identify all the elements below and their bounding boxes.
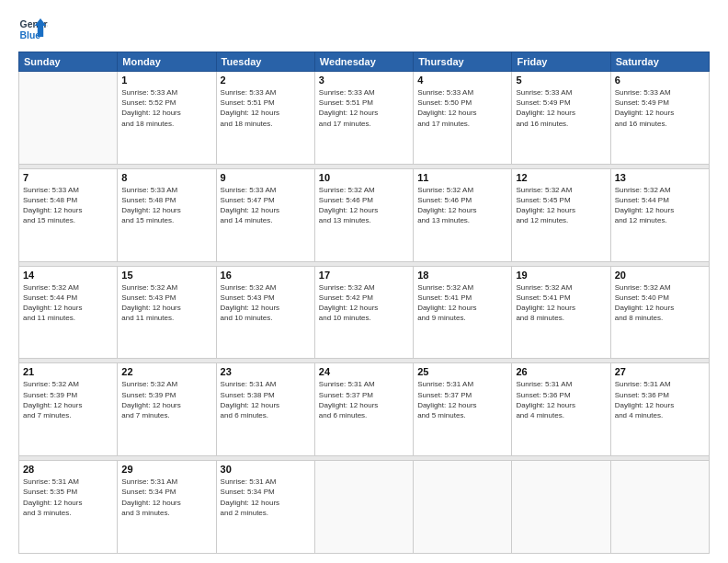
calendar-cell [610, 461, 709, 554]
day-info: Sunrise: 5:32 AM Sunset: 5:39 PM Dayligh… [23, 379, 113, 420]
day-number: 22 [121, 366, 211, 377]
day-info: Sunrise: 5:33 AM Sunset: 5:49 PM Dayligh… [516, 87, 606, 129]
weekday-header-thursday: Thursday [414, 52, 512, 72]
calendar-cell [314, 461, 413, 554]
weekday-header-row: SundayMondayTuesdayWednesdayThursdayFrid… [19, 52, 710, 72]
calendar-cell: 25Sunrise: 5:31 AM Sunset: 5:37 PM Dayli… [414, 363, 512, 456]
calendar-cell [19, 72, 118, 165]
calendar-cell: 4Sunrise: 5:33 AM Sunset: 5:50 PM Daylig… [414, 72, 512, 165]
weekday-header-saturday: Saturday [610, 52, 709, 72]
day-info: Sunrise: 5:33 AM Sunset: 5:48 PM Dayligh… [23, 185, 113, 226]
day-info: Sunrise: 5:33 AM Sunset: 5:48 PM Dayligh… [121, 185, 211, 226]
day-number: 26 [516, 366, 606, 377]
calendar-cell [414, 461, 512, 554]
calendar-cell: 20Sunrise: 5:32 AM Sunset: 5:40 PM Dayli… [610, 266, 709, 359]
page: General Blue SundayMondayTuesdayWednesda… [0, 0, 728, 563]
day-info: Sunrise: 5:32 AM Sunset: 5:43 PM Dayligh… [121, 282, 211, 324]
weekday-header-friday: Friday [512, 52, 610, 72]
day-info: Sunrise: 5:33 AM Sunset: 5:52 PM Dayligh… [121, 87, 211, 129]
header: General Blue [18, 15, 710, 44]
day-number: 1 [121, 75, 211, 86]
day-number: 4 [417, 75, 507, 86]
calendar-cell [512, 461, 610, 554]
calendar-cell: 16Sunrise: 5:32 AM Sunset: 5:43 PM Dayli… [216, 266, 314, 359]
calendar-table: SundayMondayTuesdayWednesdayThursdayFrid… [18, 52, 710, 554]
day-number: 28 [23, 464, 113, 475]
day-number: 14 [23, 270, 113, 281]
day-info: Sunrise: 5:33 AM Sunset: 5:50 PM Dayligh… [417, 87, 507, 129]
calendar-cell: 11Sunrise: 5:32 AM Sunset: 5:46 PM Dayli… [414, 168, 512, 261]
day-info: Sunrise: 5:31 AM Sunset: 5:38 PM Dayligh… [221, 379, 311, 420]
day-number: 7 [23, 172, 113, 183]
week-row-3: 14Sunrise: 5:32 AM Sunset: 5:44 PM Dayli… [19, 266, 710, 359]
calendar-cell: 19Sunrise: 5:32 AM Sunset: 5:41 PM Dayli… [512, 266, 610, 359]
week-row-5: 28Sunrise: 5:31 AM Sunset: 5:35 PM Dayli… [19, 461, 710, 554]
day-info: Sunrise: 5:32 AM Sunset: 5:44 PM Dayligh… [615, 185, 705, 226]
calendar-cell: 7Sunrise: 5:33 AM Sunset: 5:48 PM Daylig… [19, 168, 118, 261]
calendar-cell: 6Sunrise: 5:33 AM Sunset: 5:49 PM Daylig… [610, 72, 709, 165]
day-info: Sunrise: 5:31 AM Sunset: 5:36 PM Dayligh… [516, 379, 606, 420]
calendar-cell: 12Sunrise: 5:32 AM Sunset: 5:45 PM Dayli… [512, 168, 610, 261]
day-info: Sunrise: 5:33 AM Sunset: 5:47 PM Dayligh… [221, 185, 311, 226]
day-number: 8 [121, 172, 211, 183]
calendar-cell: 26Sunrise: 5:31 AM Sunset: 5:36 PM Dayli… [512, 363, 610, 456]
calendar-cell: 10Sunrise: 5:32 AM Sunset: 5:46 PM Dayli… [314, 168, 413, 261]
day-info: Sunrise: 5:31 AM Sunset: 5:37 PM Dayligh… [417, 379, 507, 420]
day-number: 12 [516, 172, 606, 183]
day-number: 24 [319, 366, 409, 377]
day-info: Sunrise: 5:32 AM Sunset: 5:46 PM Dayligh… [319, 185, 409, 226]
day-info: Sunrise: 5:32 AM Sunset: 5:44 PM Dayligh… [23, 282, 113, 324]
day-number: 2 [221, 75, 311, 86]
day-number: 21 [23, 366, 113, 377]
weekday-header-wednesday: Wednesday [314, 52, 413, 72]
weekday-header-monday: Monday [118, 52, 216, 72]
day-number: 16 [221, 270, 311, 281]
day-info: Sunrise: 5:32 AM Sunset: 5:46 PM Dayligh… [417, 185, 507, 226]
day-info: Sunrise: 5:33 AM Sunset: 5:51 PM Dayligh… [319, 87, 409, 129]
day-number: 27 [615, 366, 705, 377]
calendar-cell: 17Sunrise: 5:32 AM Sunset: 5:42 PM Dayli… [314, 266, 413, 359]
week-row-4: 21Sunrise: 5:32 AM Sunset: 5:39 PM Dayli… [19, 363, 710, 456]
calendar-cell: 29Sunrise: 5:31 AM Sunset: 5:34 PM Dayli… [118, 461, 216, 554]
day-info: Sunrise: 5:31 AM Sunset: 5:34 PM Dayligh… [121, 477, 211, 518]
day-info: Sunrise: 5:31 AM Sunset: 5:34 PM Dayligh… [221, 477, 311, 518]
day-number: 30 [221, 464, 311, 475]
day-number: 15 [121, 270, 211, 281]
logo: General Blue [18, 15, 48, 44]
day-info: Sunrise: 5:31 AM Sunset: 5:35 PM Dayligh… [23, 477, 113, 518]
day-info: Sunrise: 5:33 AM Sunset: 5:51 PM Dayligh… [221, 87, 311, 129]
calendar-cell: 15Sunrise: 5:32 AM Sunset: 5:43 PM Dayli… [118, 266, 216, 359]
calendar-cell: 23Sunrise: 5:31 AM Sunset: 5:38 PM Dayli… [216, 363, 314, 456]
day-info: Sunrise: 5:31 AM Sunset: 5:37 PM Dayligh… [319, 379, 409, 420]
calendar-cell: 21Sunrise: 5:32 AM Sunset: 5:39 PM Dayli… [19, 363, 118, 456]
day-info: Sunrise: 5:32 AM Sunset: 5:41 PM Dayligh… [516, 282, 606, 324]
calendar-cell: 3Sunrise: 5:33 AM Sunset: 5:51 PM Daylig… [314, 72, 413, 165]
calendar-cell: 8Sunrise: 5:33 AM Sunset: 5:48 PM Daylig… [118, 168, 216, 261]
day-info: Sunrise: 5:32 AM Sunset: 5:42 PM Dayligh… [319, 282, 409, 324]
calendar-cell: 13Sunrise: 5:32 AM Sunset: 5:44 PM Dayli… [610, 168, 709, 261]
day-info: Sunrise: 5:32 AM Sunset: 5:43 PM Dayligh… [221, 282, 311, 324]
day-info: Sunrise: 5:32 AM Sunset: 5:41 PM Dayligh… [417, 282, 507, 324]
day-number: 9 [221, 172, 311, 183]
calendar-cell: 22Sunrise: 5:32 AM Sunset: 5:39 PM Dayli… [118, 363, 216, 456]
day-info: Sunrise: 5:32 AM Sunset: 5:45 PM Dayligh… [516, 185, 606, 226]
day-number: 29 [121, 464, 211, 475]
day-number: 17 [319, 270, 409, 281]
day-number: 13 [615, 172, 705, 183]
day-info: Sunrise: 5:33 AM Sunset: 5:49 PM Dayligh… [615, 87, 705, 129]
calendar-cell: 24Sunrise: 5:31 AM Sunset: 5:37 PM Dayli… [314, 363, 413, 456]
day-number: 11 [417, 172, 507, 183]
calendar-cell: 27Sunrise: 5:31 AM Sunset: 5:36 PM Dayli… [610, 363, 709, 456]
calendar-cell: 2Sunrise: 5:33 AM Sunset: 5:51 PM Daylig… [216, 72, 314, 165]
day-number: 23 [221, 366, 311, 377]
week-row-2: 7Sunrise: 5:33 AM Sunset: 5:48 PM Daylig… [19, 168, 710, 261]
calendar-cell: 14Sunrise: 5:32 AM Sunset: 5:44 PM Dayli… [19, 266, 118, 359]
day-info: Sunrise: 5:31 AM Sunset: 5:36 PM Dayligh… [615, 379, 705, 420]
calendar-cell: 28Sunrise: 5:31 AM Sunset: 5:35 PM Dayli… [19, 461, 118, 554]
day-number: 5 [516, 75, 606, 86]
day-info: Sunrise: 5:32 AM Sunset: 5:39 PM Dayligh… [121, 379, 211, 420]
day-number: 6 [615, 75, 705, 86]
weekday-header-tuesday: Tuesday [216, 52, 314, 72]
week-row-1: 1Sunrise: 5:33 AM Sunset: 5:52 PM Daylig… [19, 72, 710, 165]
logo-icon: General Blue [18, 15, 48, 44]
